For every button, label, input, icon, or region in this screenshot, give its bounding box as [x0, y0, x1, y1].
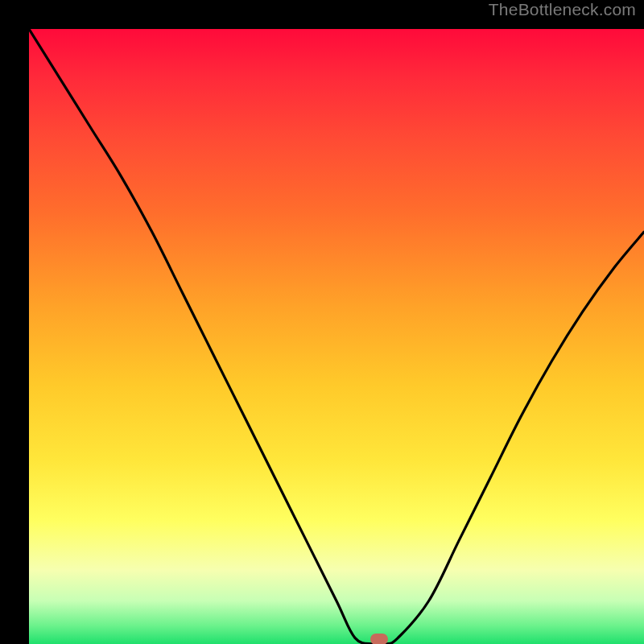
plot-area — [29, 29, 644, 644]
minimum-marker — [370, 634, 388, 644]
bottleneck-curve — [29, 29, 644, 644]
watermark-text: TheBottleneck.com — [489, 0, 636, 19]
chart-frame — [0, 0, 644, 644]
